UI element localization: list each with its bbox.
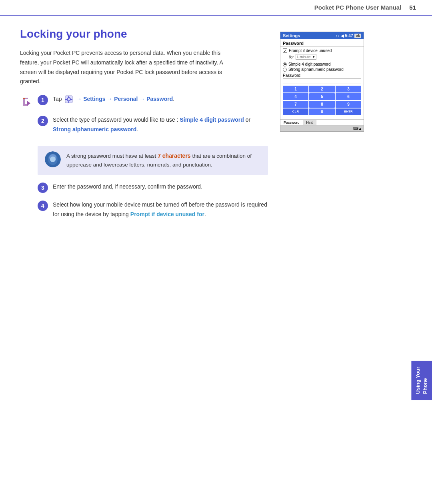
step3-badge: 3 bbox=[38, 183, 48, 193]
keypad: 1 2 3 4 5 6 7 8 9 CLR 0 ENTR bbox=[283, 86, 361, 115]
svg-rect-3 bbox=[68, 96, 69, 97]
settings-title-bar: Settings ↑↓ ◀ 5:47 ok bbox=[280, 32, 364, 39]
step4-text: Select how long your mobile device must … bbox=[53, 200, 268, 219]
side-tab-line2: Phone bbox=[422, 378, 428, 394]
svg-rect-4 bbox=[68, 101, 69, 103]
footer-arrow-icon[interactable]: ▲ bbox=[358, 127, 362, 131]
key-clr[interactable]: CLR bbox=[283, 108, 308, 115]
left-column: Locking your phone Locking your Pocket P… bbox=[20, 28, 268, 227]
key-entr[interactable]: ENTR bbox=[336, 108, 361, 115]
page-title: Locking your phone bbox=[20, 28, 268, 40]
key-0[interactable]: 0 bbox=[309, 108, 335, 115]
svg-point-10 bbox=[50, 157, 56, 162]
tip-icon bbox=[45, 151, 61, 167]
step-3-row: 3 Enter the password and, if necessary, … bbox=[20, 182, 268, 193]
key-1[interactable]: 1 bbox=[283, 86, 308, 92]
settings-body: ✓ Prompt if device unused for 1 minute ▼… bbox=[280, 47, 364, 118]
radio2[interactable] bbox=[283, 68, 287, 72]
password-label: Password: bbox=[283, 73, 302, 78]
key-6[interactable]: 6 bbox=[336, 93, 361, 100]
radio-row-1: Simple 4 digit password bbox=[283, 62, 361, 66]
key-2[interactable]: 2 bbox=[309, 86, 335, 92]
manual-title: Pocket PC Phone User Manual bbox=[314, 4, 402, 11]
radio-row-2: Strong alphanumeric password bbox=[283, 67, 361, 72]
prompt-row: ✓ Prompt if device unused bbox=[283, 48, 361, 53]
radio2-label: Strong alphanumeric password bbox=[288, 67, 344, 72]
page-header: Pocket PC Phone User Manual 51 bbox=[0, 0, 432, 16]
status-icons: ↑↓ ◀ 5:47 bbox=[336, 34, 353, 38]
main-content: Locking your phone Locking your Pocket P… bbox=[0, 16, 432, 239]
tip-highlight: 7 characters bbox=[158, 153, 191, 159]
svg-point-0 bbox=[23, 98, 25, 99]
step2-highlight2: Strong alphanumeric password bbox=[53, 126, 136, 133]
step2-highlight1: Simple 4 digit password bbox=[180, 116, 244, 123]
key-7[interactable]: 7 bbox=[283, 101, 308, 108]
tip-box: A strong password must have at least 7 c… bbox=[38, 146, 268, 175]
step2-badge: 2 bbox=[38, 116, 48, 126]
settings-section-title: Password bbox=[280, 39, 364, 47]
key-9[interactable]: 9 bbox=[336, 101, 361, 108]
tip-text: A strong password must have at least 7 c… bbox=[66, 151, 261, 170]
prompt-checkbox[interactable]: ✓ bbox=[283, 48, 287, 53]
key-5[interactable]: 5 bbox=[309, 93, 335, 100]
side-tab-line1: Using Your bbox=[415, 367, 421, 394]
step2-text: Select the type of password you would li… bbox=[53, 115, 268, 135]
prompt-for-row: for 1 minute ▼ bbox=[289, 54, 361, 60]
svg-rect-6 bbox=[71, 99, 72, 100]
tab-hint[interactable]: Hint bbox=[303, 120, 316, 125]
settings-title: Settings bbox=[283, 33, 300, 38]
steps-area: 1 Tap → Settings → Personal → Password. bbox=[20, 94, 268, 227]
settings-panel: Settings ↑↓ ◀ 5:47 ok Password ✓ Prompt … bbox=[280, 32, 364, 132]
tab-password[interactable]: Password bbox=[280, 120, 303, 125]
keyboard-icon[interactable]: ⌨ bbox=[353, 127, 358, 131]
step4-highlight: Prompt if device unused for bbox=[130, 211, 204, 217]
page-number: 51 bbox=[409, 4, 416, 11]
radio1[interactable] bbox=[283, 62, 287, 66]
key-3[interactable]: 3 bbox=[336, 86, 361, 92]
step1-arrow-icon bbox=[20, 95, 33, 108]
step1-settings-link: → Settings → Personal → Password bbox=[76, 96, 173, 102]
step-1-row: 1 Tap → Settings → Personal → Password. bbox=[20, 94, 268, 108]
settings-tabs: Password Hint bbox=[280, 119, 364, 125]
dropdown-arrow: ▼ bbox=[312, 55, 315, 59]
step-2-row: 2 Select the type of password you would … bbox=[20, 115, 268, 135]
intro-text: Locking your Pocket PC prevents access t… bbox=[20, 48, 236, 86]
step-4-row: 4 Select how long your mobile device mus… bbox=[20, 200, 268, 219]
prompt-dropdown[interactable]: 1 minute ▼ bbox=[296, 54, 316, 60]
password-label-row: Password: bbox=[283, 73, 361, 78]
prompt-label: Prompt if device unused bbox=[289, 48, 332, 53]
svg-rect-5 bbox=[65, 99, 67, 100]
settings-title-icons: ↑↓ ◀ 5:47 ok bbox=[336, 34, 361, 38]
side-tab: Using Your Phone bbox=[411, 361, 432, 400]
step3-text: Enter the password and, if necessary, co… bbox=[53, 182, 268, 192]
ok-button[interactable]: ok bbox=[354, 34, 361, 38]
step1-text: Tap → Settings → Personal → Password. bbox=[53, 94, 268, 104]
prompt-for-label: for bbox=[289, 55, 294, 59]
step1-badge: 1 bbox=[38, 95, 48, 105]
key-4[interactable]: 4 bbox=[283, 93, 308, 100]
step4-badge: 4 bbox=[38, 201, 48, 211]
radio1-label: Simple 4 digit password bbox=[288, 62, 331, 66]
right-column: Settings ↑↓ ◀ 5:47 ok Password ✓ Prompt … bbox=[280, 28, 368, 227]
settings-footer: ⌨ ▲ bbox=[280, 125, 364, 131]
password-input[interactable] bbox=[283, 78, 361, 84]
key-8[interactable]: 8 bbox=[309, 101, 335, 108]
